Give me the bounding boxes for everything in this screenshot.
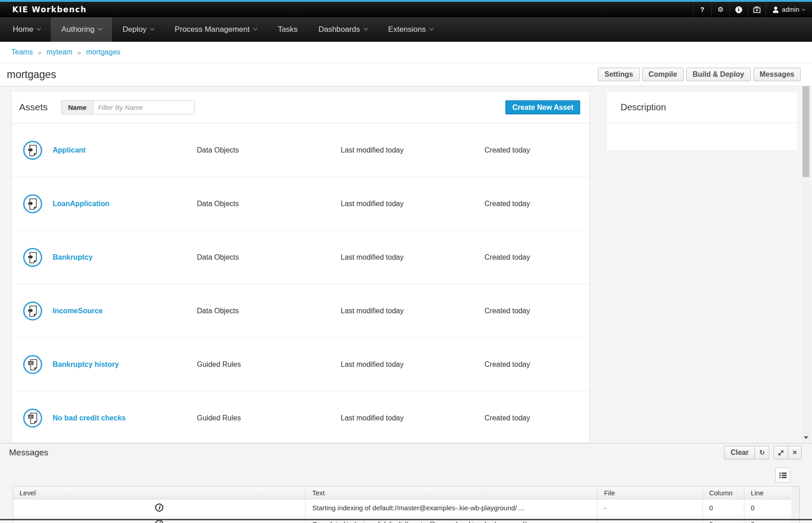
col-header-level: Level	[13, 487, 306, 499]
page-header: mortgages Settings Compile Build & Deplo…	[0, 63, 812, 86]
asset-name-link[interactable]: Bankruptcy	[53, 253, 93, 262]
messages-panel: Messages Clear ↻ × Level Text File Colum…	[0, 443, 812, 523]
message-file: -	[597, 499, 703, 516]
message-column: 0	[703, 499, 744, 516]
breadcrumb-separator: »	[77, 49, 81, 56]
asset-type: Data Objects	[197, 200, 239, 208]
chevron-down-icon	[37, 26, 41, 30]
guided-rule-icon	[23, 355, 42, 374]
table-scrollbar[interactable]	[791, 486, 800, 523]
info-level-icon: i	[155, 503, 163, 512]
description-title: Description	[607, 92, 797, 123]
asset-name-link[interactable]: Applicant	[53, 146, 86, 154]
asset-row[interactable]: Bankruptcy history Guided Rules Last mod…	[12, 338, 589, 391]
asset-name-link[interactable]: IncomeSource	[53, 307, 103, 315]
asset-type: Guided Rules	[197, 414, 241, 422]
info-level-icon: i	[155, 520, 163, 523]
window-bottom-edge	[0, 519, 812, 520]
filter-name-button[interactable]: Name	[61, 100, 93, 114]
chevron-down-icon	[253, 26, 258, 30]
nav-item-tasks[interactable]: Tasks	[267, 17, 308, 42]
page-title: mortgages	[7, 69, 56, 81]
messages-table: Level Text File Column Line i Starting i…	[13, 486, 792, 523]
asset-row[interactable]: No bad credit checks Guided Rules Last m…	[12, 391, 589, 443]
chevron-down-icon	[98, 26, 103, 30]
asset-name-link[interactable]: LoanApplication	[53, 200, 109, 208]
asset-type: Data Objects	[197, 253, 239, 262]
expand-icon[interactable]	[773, 446, 788, 459]
assets-panel: Assets Name Create New Asset Applicant D…	[11, 91, 590, 443]
col-header-column: Column	[703, 487, 744, 499]
project-actions: Settings Compile Build & Deploy Messages	[598, 68, 801, 81]
refresh-icon[interactable]: ↻	[755, 446, 769, 459]
asset-modified: Last modified today	[341, 253, 404, 262]
messages-actions: Clear ↻ ×	[724, 446, 802, 459]
user-label: admin	[782, 6, 799, 13]
col-header-file: File	[597, 487, 703, 499]
asset-created: Created today	[484, 146, 530, 154]
vertical-scrollbar[interactable]	[802, 86, 810, 443]
asset-modified: Last modified today	[341, 414, 404, 422]
asset-created: Created today	[484, 360, 530, 369]
asset-modified: Last modified today	[341, 146, 404, 154]
compile-button[interactable]: Compile	[642, 68, 684, 81]
asset-name-link[interactable]: Bankruptcy history	[53, 360, 119, 369]
settings-button[interactable]: Settings	[598, 68, 639, 81]
assets-header: Assets Name Create New Asset	[12, 91, 589, 123]
asset-modified: Last modified today	[341, 307, 404, 315]
user-menu[interactable]: admin	[766, 2, 812, 17]
gear-icon[interactable]: ⚙	[711, 2, 729, 17]
close-icon[interactable]: ×	[788, 446, 802, 459]
asset-type: Data Objects	[197, 146, 239, 154]
nav-item-process-management[interactable]: Process Management	[164, 17, 267, 42]
apps-briefcase-icon[interactable]	[748, 2, 766, 17]
nav-item-home[interactable]: Home	[2, 17, 51, 42]
data-object-icon	[23, 141, 42, 160]
nav-item-deploy[interactable]: Deploy	[112, 17, 164, 42]
breadcrumb: Teams » myteam » mortgages	[0, 42, 812, 63]
messages-button[interactable]: Messages	[753, 68, 801, 81]
breadcrumb-separator: »	[38, 49, 41, 56]
nav-item-dashboards[interactable]: Dashboards	[308, 17, 378, 42]
asset-row[interactable]: Applicant Data Objects Last modified tod…	[12, 123, 589, 177]
asset-created: Created today	[484, 253, 530, 262]
col-header-text: Text	[306, 487, 597, 499]
masthead: KIE Workbench ? ⚙ i admin	[0, 0, 812, 17]
clear-button[interactable]: Clear	[724, 446, 755, 459]
breadcrumb-teams[interactable]: Teams	[11, 48, 33, 56]
nav-item-extensions[interactable]: Extensions	[378, 17, 444, 42]
create-new-asset-button[interactable]: Create New Asset	[505, 100, 580, 114]
scroll-down-arrow[interactable]	[802, 433, 810, 442]
guided-rule-icon	[23, 409, 42, 428]
messages-title: Messages	[9, 448, 49, 458]
asset-created: Created today	[484, 307, 530, 315]
data-object-icon	[23, 301, 42, 321]
list-view-icon[interactable]	[775, 468, 790, 483]
asset-name-link[interactable]: No bad credit checks	[53, 414, 126, 422]
breadcrumb-myteam[interactable]: myteam	[46, 48, 72, 56]
chevron-down-icon	[363, 26, 368, 30]
scrollbar-thumb[interactable]	[802, 86, 809, 177]
asset-modified: Last modified today	[341, 200, 404, 208]
filter-input[interactable]	[93, 100, 195, 114]
asset-modified: Last modified today	[341, 360, 404, 369]
breadcrumb-mortgages[interactable]: mortgages	[86, 48, 121, 56]
message-line: 0	[744, 499, 791, 516]
nav-item-authoring[interactable]: Authoring	[51, 17, 112, 42]
asset-row[interactable]: Bankruptcy Data Objects Last modified to…	[12, 231, 589, 284]
chevron-down-icon	[150, 26, 155, 30]
asset-type: Guided Rules	[197, 360, 241, 369]
asset-filter: Name	[61, 100, 195, 114]
asset-created: Created today	[484, 414, 530, 422]
data-object-icon	[23, 194, 42, 213]
data-object-icon	[23, 248, 42, 267]
info-icon[interactable]: i	[729, 2, 748, 17]
user-icon	[773, 6, 779, 13]
assets-title: Assets	[19, 102, 48, 113]
description-panel: Description	[607, 92, 797, 150]
asset-row[interactable]: IncomeSource Data Objects Last modified …	[12, 284, 589, 338]
asset-row[interactable]: LoanApplication Data Objects Last modifi…	[12, 177, 589, 231]
chevron-down-icon	[802, 7, 805, 10]
help-icon[interactable]: ?	[693, 2, 711, 17]
build-deploy-button[interactable]: Build & Deploy	[686, 68, 751, 81]
